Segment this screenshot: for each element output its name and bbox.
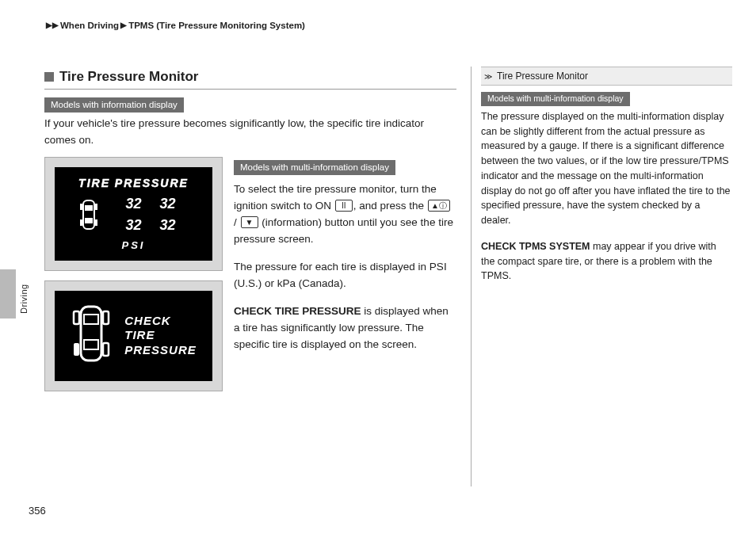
svg-rect-3 bbox=[80, 204, 82, 210]
svg-rect-9 bbox=[84, 340, 98, 349]
svg-rect-11 bbox=[103, 311, 109, 324]
pressure-unit: PSI bbox=[59, 238, 208, 254]
figure-tire-pressure-display: TIRE PRESSURE 32 bbox=[44, 157, 223, 272]
svg-rect-12 bbox=[74, 343, 79, 356]
breadcrumb-level-2: TPMS (Tire Pressure Monitoring System) bbox=[128, 21, 305, 30]
check-pressure-text: CHECK TIRE PRESSURE bbox=[124, 314, 197, 358]
svg-rect-6 bbox=[95, 219, 97, 226]
square-bullet-icon bbox=[44, 72, 54, 82]
breadcrumb-level-1: When Driving bbox=[60, 21, 119, 30]
breadcrumb: ▶▶When Driving▶TPMS (Tire Pressure Monit… bbox=[44, 19, 723, 32]
sidebar-heading: ≫ Tire Pressure Monitor bbox=[481, 67, 732, 86]
figure-check-tire-display: CHECK TIRE PRESSURE bbox=[44, 280, 223, 391]
section-heading: Tire Pressure Monitor bbox=[44, 67, 456, 90]
page-number: 356 bbox=[29, 503, 46, 519]
thumb-tab-label: Driving bbox=[17, 284, 31, 314]
tire-pressure-rr: 32 bbox=[147, 215, 189, 236]
tire-pressure-rl: 32 bbox=[125, 215, 141, 236]
sidebar-title: Tire Pressure Monitor bbox=[497, 69, 588, 83]
info-up-button-icon: ▲ⓘ bbox=[428, 200, 450, 212]
svg-rect-2 bbox=[85, 218, 93, 223]
chevron-right-icon: ▶ bbox=[120, 19, 127, 31]
svg-rect-1 bbox=[85, 205, 93, 211]
sidebar-model-tag: Models with multi-information display bbox=[481, 92, 630, 106]
ignition-on-icon: II bbox=[335, 200, 353, 212]
svg-rect-13 bbox=[103, 343, 109, 356]
display-title: TIRE PRESSURE bbox=[59, 175, 208, 192]
svg-rect-5 bbox=[80, 219, 82, 226]
intro-paragraph: If your vehicle's tire pressure becomes … bbox=[44, 116, 456, 149]
double-chevron-icon: ≫ bbox=[484, 71, 491, 82]
info-down-button-icon: ▼ bbox=[241, 216, 258, 228]
car-top-icon bbox=[78, 197, 121, 232]
sidebar-paragraph-1: The pressure displayed on the multi-info… bbox=[481, 109, 732, 228]
check-pressure-paragraph: CHECK TIRE PRESSURE is displayed when a … bbox=[234, 303, 456, 353]
svg-rect-10 bbox=[74, 311, 79, 324]
model-tag-info: Models with information display bbox=[44, 97, 184, 113]
svg-rect-8 bbox=[84, 315, 98, 324]
section-title: Tire Pressure Monitor bbox=[59, 67, 198, 87]
svg-rect-4 bbox=[95, 204, 97, 210]
svg-rect-0 bbox=[83, 200, 94, 229]
tire-pressure-fr: 32 bbox=[147, 193, 189, 215]
car-with-low-tire-icon bbox=[71, 302, 112, 370]
tire-pressure-fl: 32 bbox=[125, 193, 141, 215]
sidebar-paragraph-2: CHECK TPMS SYSTEM may appear if you driv… bbox=[481, 239, 732, 284]
units-paragraph: The pressure for each tire is displayed … bbox=[234, 259, 456, 292]
chevron-right-icon: ▶▶ bbox=[46, 19, 59, 31]
model-tag-multi: Models with multi-information display bbox=[234, 160, 395, 176]
thumb-tab bbox=[0, 269, 16, 318]
instruction-paragraph: To select the tire pressure monitor, tur… bbox=[234, 181, 456, 248]
